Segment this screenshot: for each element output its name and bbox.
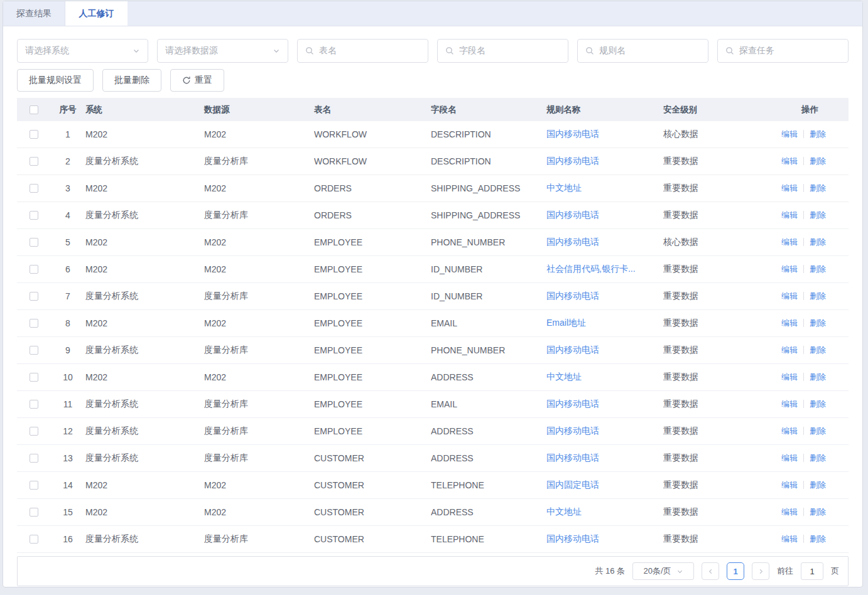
row-checkbox[interactable] xyxy=(30,130,38,139)
delete-link[interactable]: 删除 xyxy=(810,453,826,463)
delete-link[interactable]: 删除 xyxy=(810,129,826,139)
edit-link[interactable]: 编辑 xyxy=(781,453,798,463)
delete-link[interactable]: 删除 xyxy=(810,399,826,409)
edit-link[interactable]: 编辑 xyxy=(781,210,798,220)
row-checkbox[interactable] xyxy=(30,346,38,355)
rule-name-link[interactable]: 国内移动电话 xyxy=(546,399,599,409)
rule-name-link[interactable]: 国内移动电话 xyxy=(546,210,599,220)
rule-name-link[interactable]: 国内移动电话 xyxy=(546,453,599,463)
edit-link[interactable]: 编辑 xyxy=(781,372,798,382)
field-name-placeholder: 字段名 xyxy=(459,45,560,56)
field-name-cell: SHIPPING_ADDRESS xyxy=(431,210,546,220)
ops-divider xyxy=(803,319,804,327)
rule-name-link[interactable]: 国内固定电话 xyxy=(546,480,599,490)
edit-link[interactable]: 编辑 xyxy=(781,480,798,490)
field-name-input[interactable]: 字段名 xyxy=(437,39,568,63)
delete-link[interactable]: 删除 xyxy=(810,345,826,355)
system-cell: 度量分析系统 xyxy=(85,345,204,356)
prev-page-button[interactable] xyxy=(702,562,719,580)
rule-name-link[interactable]: 社会信用代码,银行卡... xyxy=(546,264,636,274)
page-number-button[interactable]: 1 xyxy=(727,562,744,580)
row-checkbox[interactable] xyxy=(30,157,38,166)
table-name-cell: ORDERS xyxy=(314,210,431,220)
rule-name-link[interactable]: 中文地址 xyxy=(546,507,582,517)
security-level-cell: 核心数据 xyxy=(663,129,764,140)
row-checkbox[interactable] xyxy=(30,481,38,490)
row-checkbox[interactable] xyxy=(30,292,38,301)
delete-link[interactable]: 删除 xyxy=(810,183,826,193)
ops-divider xyxy=(803,427,804,435)
row-checkbox[interactable] xyxy=(30,400,38,409)
edit-link[interactable]: 编辑 xyxy=(781,264,798,274)
system-select[interactable]: 请选择系统 xyxy=(17,39,148,63)
rule-name-input[interactable]: 规则名 xyxy=(577,39,708,63)
rule-name-link[interactable]: 国内移动电话 xyxy=(546,533,599,544)
delete-link[interactable]: 删除 xyxy=(810,156,826,166)
row-index-cell: 11 xyxy=(50,399,85,409)
delete-link[interactable]: 删除 xyxy=(810,372,826,382)
row-checkbox[interactable] xyxy=(30,508,38,517)
system-cell: M202 xyxy=(85,129,204,139)
row-checkbox[interactable] xyxy=(30,265,38,274)
search-icon xyxy=(305,46,314,55)
rule-name-link[interactable]: 国内移动电话 xyxy=(546,426,599,436)
edit-link[interactable]: 编辑 xyxy=(781,237,798,247)
edit-link[interactable]: 编辑 xyxy=(781,318,798,328)
edit-link[interactable]: 编辑 xyxy=(781,129,798,139)
delete-link[interactable]: 删除 xyxy=(810,318,826,328)
edit-link[interactable]: 编辑 xyxy=(781,534,798,544)
system-cell: 度量分析系统 xyxy=(85,156,204,167)
row-checkbox[interactable] xyxy=(30,319,38,328)
page-size-select[interactable]: 20条/页 xyxy=(632,562,694,580)
edit-link[interactable]: 编辑 xyxy=(781,156,798,166)
delete-link[interactable]: 删除 xyxy=(810,210,826,220)
reset-button[interactable]: 重置 xyxy=(170,69,224,92)
delete-link[interactable]: 删除 xyxy=(810,426,826,436)
ops-divider xyxy=(803,373,804,381)
table-name-cell: ORDERS xyxy=(314,183,431,193)
edit-link[interactable]: 编辑 xyxy=(781,291,798,301)
tab-manual-revision[interactable]: 人工修订 xyxy=(65,1,127,26)
edit-link[interactable]: 编辑 xyxy=(781,399,798,409)
delete-link[interactable]: 删除 xyxy=(810,291,826,301)
rule-name-link[interactable]: 中文地址 xyxy=(546,372,582,382)
edit-link[interactable]: 编辑 xyxy=(781,183,798,193)
field-name-cell: EMAIL xyxy=(431,399,546,409)
batch-delete-button[interactable]: 批量删除 xyxy=(102,69,161,92)
goto-page-input[interactable] xyxy=(801,562,823,580)
delete-link[interactable]: 删除 xyxy=(810,264,826,274)
task-input[interactable]: 探查任务 xyxy=(717,39,849,63)
edit-link[interactable]: 编辑 xyxy=(781,426,798,436)
select-all-checkbox[interactable] xyxy=(30,105,38,114)
rule-name-link[interactable]: 国内移动电话 xyxy=(546,129,599,139)
rule-name-link[interactable]: 国内移动电话 xyxy=(546,156,599,166)
edit-link[interactable]: 编辑 xyxy=(781,345,798,355)
rule-name-link[interactable]: 中文地址 xyxy=(546,183,582,193)
row-checkbox[interactable] xyxy=(30,454,38,463)
rule-name-link[interactable]: 国内移动电话 xyxy=(546,237,599,247)
delete-link[interactable]: 删除 xyxy=(810,534,826,544)
edit-link[interactable]: 编辑 xyxy=(781,507,798,517)
rule-name-link[interactable]: 国内移动电话 xyxy=(546,291,599,301)
row-checkbox[interactable] xyxy=(30,184,38,193)
row-index-cell: 15 xyxy=(50,507,85,517)
row-checkbox[interactable] xyxy=(30,238,38,247)
delete-link[interactable]: 删除 xyxy=(810,237,826,247)
datasource-select[interactable]: 请选择数据源 xyxy=(157,39,288,63)
rule-name-link[interactable]: Email地址 xyxy=(546,318,586,328)
total-count: 共 16 条 xyxy=(595,566,625,577)
delete-link[interactable]: 删除 xyxy=(810,480,826,490)
tab-label: 探查结果 xyxy=(16,8,52,19)
header-ops: 操作 xyxy=(764,104,849,115)
row-checkbox[interactable] xyxy=(30,373,38,382)
tab-explore-results[interactable]: 探查结果 xyxy=(3,1,65,26)
row-checkbox[interactable] xyxy=(30,427,38,436)
security-level-cell: 重要数据 xyxy=(663,264,764,275)
batch-rule-button[interactable]: 批量规则设置 xyxy=(17,69,94,92)
row-checkbox[interactable] xyxy=(30,211,38,220)
row-checkbox[interactable] xyxy=(30,535,38,544)
rule-name-link[interactable]: 国内移动电话 xyxy=(546,345,599,355)
next-page-button[interactable] xyxy=(752,562,769,580)
table-name-input[interactable]: 表名 xyxy=(297,39,428,63)
delete-link[interactable]: 删除 xyxy=(810,507,826,517)
